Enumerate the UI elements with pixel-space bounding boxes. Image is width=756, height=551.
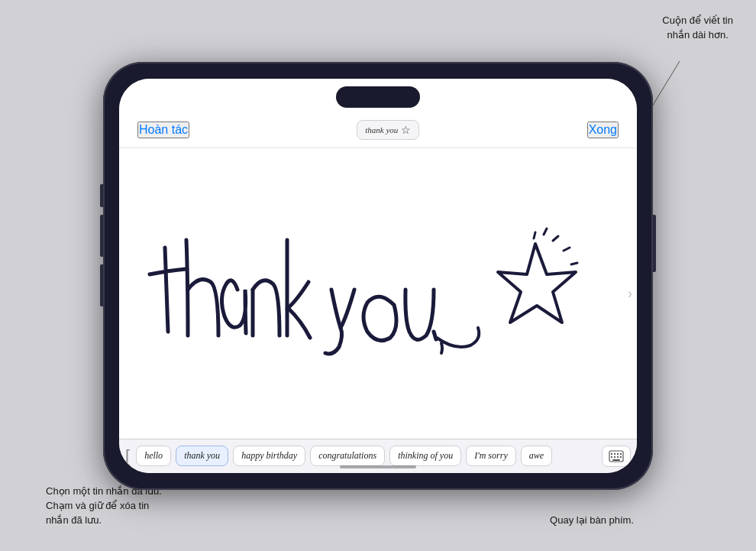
svg-rect-5 bbox=[614, 453, 615, 455]
dynamic-island bbox=[336, 86, 420, 108]
callout-scroll: Cuộn để viết tinnhắn dài hơn. bbox=[662, 14, 733, 43]
preview-thumbnail: thank you ☆ bbox=[357, 120, 419, 140]
callout-keyboard: Quay lại bàn phím. bbox=[550, 514, 634, 528]
handwriting-canvas[interactable]: › bbox=[119, 147, 637, 439]
preview-star-icon: ☆ bbox=[401, 124, 411, 136]
preview-text: thank you bbox=[365, 125, 398, 135]
chip-thinking-of-you[interactable]: thinking of you bbox=[389, 446, 461, 466]
mute-button bbox=[100, 184, 103, 207]
power-button bbox=[653, 215, 656, 272]
volume-up-button bbox=[100, 215, 103, 257]
keyboard-toggle-button[interactable] bbox=[602, 446, 631, 467]
chip-happy-birthday[interactable]: happy birthday bbox=[233, 446, 305, 466]
done-button[interactable]: Xong bbox=[587, 122, 619, 138]
handwriting-svg bbox=[119, 148, 637, 439]
svg-rect-6 bbox=[617, 453, 619, 455]
saved-messages-row: [ hello thank you happy birthday congrat… bbox=[125, 446, 631, 467]
chip-congratulations[interactable]: congratulations bbox=[310, 446, 385, 466]
undo-button[interactable]: Hoàn tác bbox=[137, 122, 189, 138]
chevron-right-icon[interactable]: › bbox=[628, 285, 632, 301]
tray-bracket: [ bbox=[125, 446, 130, 466]
scene: Cuộn để viết tinnhắn dài hơn. Chọn một t… bbox=[0, 0, 756, 551]
svg-rect-10 bbox=[617, 456, 619, 458]
chip-im-sorry[interactable]: I'm sorry bbox=[466, 446, 516, 466]
chip-awe[interactable]: awe bbox=[521, 446, 552, 466]
phone-screen: Hoàn tác thank you ☆ Xong bbox=[119, 79, 637, 473]
chip-hello[interactable]: hello bbox=[136, 446, 171, 466]
chip-thank-you[interactable]: thank you bbox=[176, 446, 228, 466]
svg-rect-7 bbox=[620, 453, 622, 455]
svg-rect-11 bbox=[620, 456, 622, 458]
keyboard-icon bbox=[609, 450, 624, 462]
svg-rect-12 bbox=[612, 459, 620, 461]
home-indicator bbox=[340, 465, 416, 468]
phone-frame: Hoàn tác thank you ☆ Xong bbox=[103, 62, 653, 490]
callout-saved: Chọn một tin nhắn đã lưu.Chạm và giữ để … bbox=[46, 485, 162, 528]
volume-down-button bbox=[100, 264, 103, 306]
svg-rect-8 bbox=[611, 456, 612, 458]
svg-rect-4 bbox=[611, 453, 612, 455]
svg-rect-9 bbox=[614, 456, 615, 458]
